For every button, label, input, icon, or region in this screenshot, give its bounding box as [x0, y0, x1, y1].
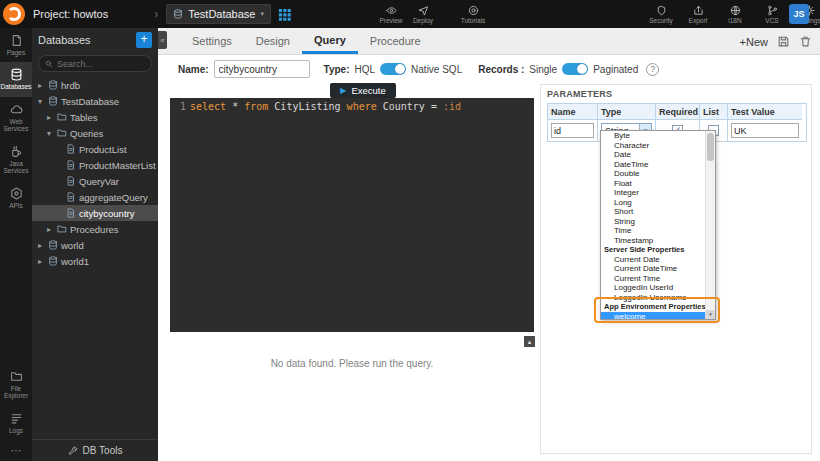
ellipsis-icon: ⋯ [11, 444, 22, 457]
tree-item-citybycountry[interactable]: citybycountry [32, 205, 158, 221]
dropdown-option-welcome[interactable]: welcome [601, 312, 705, 320]
topbar-export-button[interactable]: Export [685, 5, 711, 24]
tree-item-productmasterlist[interactable]: ProductMasterList [32, 157, 158, 173]
help-icon[interactable]: ? [646, 63, 659, 76]
dropdown-option-short[interactable]: Short [601, 207, 705, 217]
dropdown-option-float[interactable]: Float [601, 179, 705, 189]
dropdown-option-date[interactable]: Date [601, 150, 705, 160]
chevron-down-icon[interactable]: ▾ [38, 97, 45, 106]
rail-item-web-services[interactable]: Web Services [0, 97, 32, 139]
param-name-input[interactable] [551, 123, 594, 138]
rail-item-apis[interactable]: APIs [0, 181, 32, 215]
sidebar-collapse-handle[interactable]: « [158, 31, 167, 49]
dropdown-option-integer[interactable]: Integer [601, 188, 705, 198]
records-option-paginated[interactable]: Paginated [593, 64, 638, 75]
save-icon[interactable] [777, 35, 790, 48]
tree-item-world[interactable]: ▸world [32, 237, 158, 253]
rail-item-label: Java Services [1, 160, 31, 175]
wavemaker-logo-icon[interactable] [3, 3, 25, 25]
tab-query[interactable]: Query [302, 28, 358, 54]
sidebar-title: Databases [38, 34, 91, 46]
tab-design[interactable]: Design [244, 28, 302, 54]
dropdown-option-character[interactable]: Character [601, 141, 705, 151]
rail-item-java-services[interactable]: Java Services [0, 139, 32, 181]
dropdown-option-current-datetime[interactable]: Current DateTime [601, 264, 705, 274]
tree-item-queries[interactable]: ▾Queries [32, 125, 158, 141]
execute-button[interactable]: ▶ Execute [330, 83, 396, 98]
dropdown-option-double[interactable]: Double [601, 169, 705, 179]
query-name-input[interactable] [214, 60, 310, 78]
dropdown-scrollbar[interactable]: ▾ [705, 131, 715, 319]
chevron-down-icon: ▾ [260, 10, 264, 18]
type-toggle[interactable] [380, 63, 406, 75]
tree-item-hrdb[interactable]: ▸hrdb [32, 77, 158, 93]
type-option-hql[interactable]: HQL [355, 64, 376, 75]
dropdown-option-time[interactable]: Time [601, 226, 705, 236]
search-input[interactable] [57, 59, 145, 69]
dropdown-option-current-time[interactable]: Current Time [601, 274, 705, 284]
chevron-right-icon[interactable]: ▸ [47, 113, 54, 122]
type-dropdown-menu: ByteCharacterDateDateTimeDoubleFloatInte… [600, 130, 716, 320]
chevron-right-icon[interactable]: ▸ [38, 241, 45, 250]
scrollbar-thumb[interactable] [707, 133, 714, 161]
dropdown-option-loggedin-username[interactable]: LoggedIn Username [601, 293, 705, 303]
trash-icon[interactable] [799, 35, 812, 48]
project-label: Project: howtos [33, 8, 108, 20]
avatar[interactable]: JS [789, 4, 809, 24]
file-icon [66, 176, 76, 186]
dropdown-option-current-date[interactable]: Current Date [601, 255, 705, 265]
tree-item-testdatabase[interactable]: ▾TestDatabase [32, 93, 158, 109]
tree-item-world1[interactable]: ▸world1 [32, 253, 158, 269]
dropdown-option-timestamp[interactable]: Timestamp [601, 236, 705, 246]
db-tools-button[interactable]: DB Tools [32, 439, 158, 461]
tree-item-queryvar[interactable]: QueryVar [32, 173, 158, 189]
topbar-export-label: Export [689, 17, 708, 24]
records-option-single[interactable]: Single [529, 64, 557, 75]
topbar-preview-button[interactable]: Preview [378, 5, 404, 24]
rail-item-label: Web Services [1, 118, 31, 133]
folder-icon [10, 370, 23, 383]
tree-item-productlist[interactable]: ProductList [32, 141, 158, 157]
column-header-type: Type [598, 104, 656, 119]
records-toggle[interactable] [562, 63, 588, 75]
rail-item-file-explorer[interactable]: File Explorer [0, 364, 32, 406]
dropdown-group-app-environment-properties: App Environment Properties [601, 302, 705, 312]
tree-item-tables[interactable]: ▸Tables [32, 109, 158, 125]
topbar-deploy-button[interactable]: Deploy [410, 5, 436, 24]
database-icon [173, 9, 183, 19]
tab-settings[interactable]: Settings [180, 28, 244, 54]
topbar-vcs-label: VCS [765, 17, 778, 24]
rail-item-pages[interactable]: Pages [0, 28, 32, 62]
topbar-i18n-button[interactable]: i18N [722, 5, 748, 24]
database-selector[interactable]: TestDatabase ▾ [166, 4, 271, 24]
rail-item-logs[interactable]: Logs [0, 406, 32, 440]
dropdown-option-loggedin-userid[interactable]: LoggedIn UserId [601, 283, 705, 293]
tree-item-label: Procedures [70, 224, 119, 235]
sql-editor[interactable]: 1 select * from CityListing where Countr… [170, 98, 534, 332]
chevron-down-icon[interactable]: ▾ [47, 129, 54, 138]
tree-item-aggregatequery[interactable]: aggregateQuery [32, 189, 158, 205]
dropdown-option-datetime[interactable]: DateTime [601, 160, 705, 170]
tree-item-procedures[interactable]: ▸Procedures [32, 221, 158, 237]
globe-icon [730, 5, 741, 16]
param-test-value-input[interactable] [731, 123, 799, 138]
topbar-tutorials-button[interactable]: Tutorials [460, 5, 486, 24]
dropdown-option-string[interactable]: String [601, 217, 705, 227]
editor-collapse-toggle[interactable]: ▲ [524, 336, 535, 347]
rail-item-databases[interactable]: Databases [0, 62, 32, 96]
tab-procedure[interactable]: Procedure [358, 28, 433, 54]
dropdown-option-byte[interactable]: Byte [601, 131, 705, 141]
dropdown-option-long[interactable]: Long [601, 198, 705, 208]
rail-more-button[interactable]: ⋯ [0, 440, 32, 461]
tree-item-label: Queries [70, 128, 103, 139]
topbar-security-button[interactable]: Security [648, 5, 674, 24]
type-option-native-sql[interactable]: Native SQL [411, 64, 462, 75]
chevron-right-icon[interactable]: ▸ [38, 257, 45, 266]
chevron-right-icon[interactable]: ▸ [47, 225, 54, 234]
chevron-right-icon[interactable]: ▸ [38, 81, 45, 90]
topbar-vcs-button[interactable]: VCS [759, 5, 785, 24]
apps-grid-icon[interactable] [277, 7, 292, 22]
add-database-button[interactable]: + [136, 32, 152, 48]
new-button[interactable]: +New [740, 36, 768, 48]
scrollbar-down-button[interactable]: ▾ [706, 310, 715, 319]
